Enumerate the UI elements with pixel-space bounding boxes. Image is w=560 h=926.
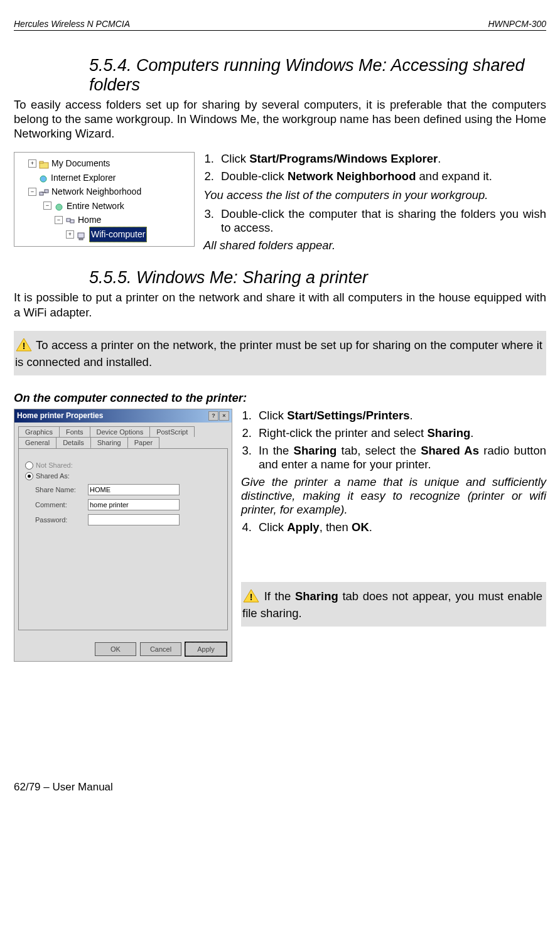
printer-step-note: Give the printer a name that is unique a… (241, 475, 546, 517)
ie-icon (38, 173, 48, 182)
computer-icon (77, 230, 87, 239)
ok-button[interactable]: OK (95, 642, 136, 656)
tab-device-options[interactable]: Device Options (90, 426, 151, 437)
expand-icon[interactable]: + (28, 159, 36, 168)
tab-fonts[interactable]: Fonts (59, 426, 90, 437)
svg-rect-1 (40, 161, 43, 163)
svg-rect-7 (67, 218, 70, 222)
label-comment: Comment: (35, 501, 84, 509)
page-header: Hercules Wireless N PCMCIA HWNPCM-300 (14, 19, 546, 31)
collapse-icon[interactable]: − (43, 202, 51, 210)
svg-rect-9 (78, 233, 84, 238)
tree-item-ie[interactable]: Internet Explorer (51, 171, 116, 185)
section-554-instructions: Click Start/Programs/Windows Explorer. D… (203, 152, 546, 252)
step-note-2: All shared folders appear. (203, 239, 546, 252)
svg-rect-10 (79, 239, 83, 240)
section-555-instructions: Click Start/Settings/Printers. Right-cli… (241, 409, 546, 627)
warning-box-2: ! If the Sharing tab does not appear, yo… (241, 582, 546, 627)
tree-item-home[interactable]: Home (78, 213, 101, 227)
warning-icon: ! (242, 588, 260, 606)
printer-step-3: In the Sharing tab, select the Shared As… (255, 444, 546, 471)
printer-properties-dialog: Home printer Properties ? × Graphics Fon… (14, 409, 232, 662)
tab-general[interactable]: General (18, 437, 57, 448)
svg-point-6 (56, 204, 62, 210)
input-password[interactable] (88, 514, 180, 525)
tab-details[interactable]: Details (56, 437, 91, 448)
network-tree-screenshot: + My Documents Internet Explorer − (14, 152, 195, 246)
tree-item-my-documents[interactable]: My Documents (51, 156, 110, 170)
section-555-intro: It is possible to put a printer on the n… (14, 290, 546, 319)
svg-rect-8 (70, 220, 74, 223)
globe-icon (54, 202, 64, 210)
tab-sharing[interactable]: Sharing (90, 437, 128, 448)
svg-point-2 (40, 176, 46, 182)
svg-text:!: ! (23, 341, 26, 351)
printer-step-2: Right-click the printer and select Shari… (255, 426, 546, 440)
label-not-shared: Not Shared: (36, 461, 73, 469)
input-share-name[interactable] (88, 484, 180, 495)
collapse-icon[interactable]: − (28, 188, 36, 196)
radio-shared-as[interactable] (25, 472, 33, 480)
tree-item-wifi-computer[interactable]: Wifi-computer (89, 227, 147, 242)
expand-icon[interactable]: + (66, 230, 74, 239)
tab-graphics[interactable]: Graphics (18, 426, 60, 437)
section-555-title: 5.5.5. Windows Me: Sharing a printer (89, 268, 546, 288)
warning-box-1: ! To access a printer on the network, th… (14, 331, 546, 375)
apply-button[interactable]: Apply (185, 642, 227, 656)
dialog-titlebar: Home printer Properties ? × (14, 409, 232, 423)
close-button[interactable]: × (219, 411, 229, 421)
tree-item-network-neighborhood[interactable]: Network Neighborhood (51, 185, 141, 198)
label-shared-as: Shared As: (36, 472, 70, 480)
header-left: Hercules Wireless N PCMCIA (14, 19, 130, 29)
cancel-button[interactable]: Cancel (140, 642, 181, 656)
label-share-name: Share Name: (35, 486, 84, 493)
printer-step-4: Click Apply, then OK. (255, 520, 546, 534)
step-note-1: You access the list of the computers in … (203, 188, 546, 202)
section-555-subhead: On the computer connected to the printer… (14, 391, 546, 405)
step-2: Double-click Network Neighborhood and ex… (217, 170, 546, 183)
input-comment[interactable] (88, 499, 180, 510)
warning-icon: ! (15, 337, 33, 355)
collapse-icon[interactable]: − (55, 216, 63, 224)
step-1: Click Start/Programs/Windows Explorer. (217, 152, 546, 166)
help-button[interactable]: ? (208, 411, 218, 421)
printer-step-1: Click Start/Settings/Printers. (255, 409, 546, 423)
tree-item-entire-network[interactable]: Entire Network (67, 199, 124, 213)
section-554-title: 5.5.4. Computers running Windows Me: Acc… (89, 56, 546, 95)
step-3: Double-click the computer that is sharin… (217, 207, 546, 235)
computers-icon (65, 215, 75, 224)
section-554-intro: To easily access folders set up for shar… (14, 97, 546, 141)
svg-text:!: ! (250, 592, 253, 602)
dialog-title: Home printer Properties (17, 411, 103, 420)
page-footer: 62/79 – User Manual (14, 781, 546, 794)
tab-postscript[interactable]: PostScript (149, 426, 195, 437)
header-right: HWNPCM-300 (488, 19, 546, 29)
network-icon (39, 187, 49, 196)
tab-paper[interactable]: Paper (127, 437, 159, 448)
label-password: Password: (35, 516, 84, 524)
folder-icon (39, 159, 49, 168)
radio-not-shared[interactable] (25, 461, 33, 470)
